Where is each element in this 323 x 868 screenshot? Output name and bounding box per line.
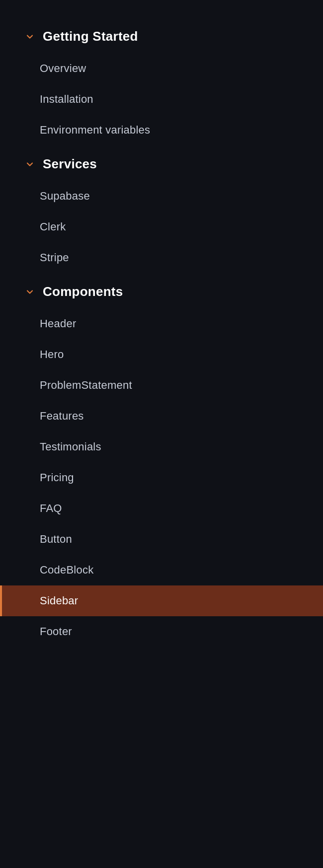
nav-item-header[interactable]: Header xyxy=(0,308,323,339)
nav-item-button[interactable]: Button xyxy=(0,524,323,555)
section-title-components: Components xyxy=(43,284,123,299)
nav-item-pricing[interactable]: Pricing xyxy=(0,462,323,493)
nav-item-environment-variables[interactable]: Environment variables xyxy=(0,115,323,145)
chevron-down-icon xyxy=(25,287,35,297)
chevron-down-icon xyxy=(25,32,35,42)
nav-item-problem-statement[interactable]: ProblemStatement xyxy=(0,370,323,401)
nav-item-codeblock[interactable]: CodeBlock xyxy=(0,555,323,585)
section-getting-started: Getting StartedOverviewInstallationEnvir… xyxy=(0,20,323,145)
nav-item-testimonials[interactable]: Testimonials xyxy=(0,432,323,462)
nav-item-features[interactable]: Features xyxy=(0,401,323,432)
section-header-services[interactable]: Services xyxy=(0,147,323,181)
nav-item-sidebar[interactable]: Sidebar xyxy=(0,585,323,616)
nav-item-supabase[interactable]: Supabase xyxy=(0,181,323,212)
section-components: ComponentsHeaderHeroProblemStatementFeat… xyxy=(0,275,323,647)
section-services: ServicesSupabaseClerkStripe xyxy=(0,147,323,273)
nav-item-overview[interactable]: Overview xyxy=(0,53,323,84)
nav-item-footer[interactable]: Footer xyxy=(0,616,323,647)
nav-item-hero[interactable]: Hero xyxy=(0,339,323,370)
nav-item-installation[interactable]: Installation xyxy=(0,84,323,115)
nav-item-clerk[interactable]: Clerk xyxy=(0,212,323,242)
section-title-services: Services xyxy=(43,156,97,172)
nav-item-stripe[interactable]: Stripe xyxy=(0,242,323,273)
section-header-components[interactable]: Components xyxy=(0,275,323,308)
section-header-getting-started[interactable]: Getting Started xyxy=(0,20,323,53)
chevron-down-icon xyxy=(25,159,35,169)
section-title-getting-started: Getting Started xyxy=(43,29,138,44)
sidebar: Getting StartedOverviewInstallationEnvir… xyxy=(0,0,323,868)
nav-item-faq[interactable]: FAQ xyxy=(0,493,323,524)
